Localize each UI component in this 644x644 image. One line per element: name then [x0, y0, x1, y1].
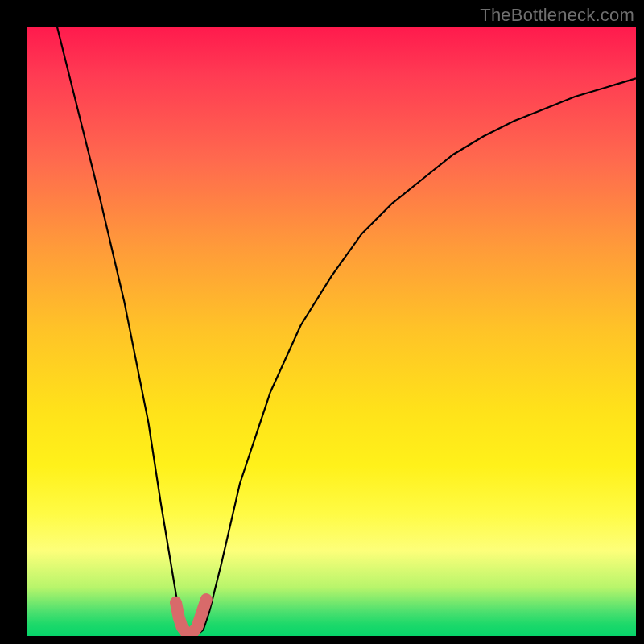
flat-bottom-marker: [175, 600, 206, 634]
marker-line: [175, 600, 206, 634]
plot-area: [27, 27, 636, 636]
curve-line: [57, 27, 636, 634]
bottleneck-curve: [57, 27, 636, 634]
chart-svg: [27, 27, 636, 636]
chart-frame: TheBottleneck.com: [0, 0, 644, 644]
watermark-text: TheBottleneck.com: [480, 5, 634, 26]
